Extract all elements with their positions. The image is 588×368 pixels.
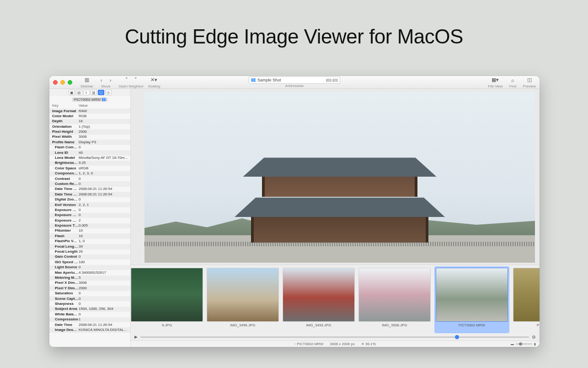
zoom-slider[interactable]: ▬ ▮ <box>511 342 536 346</box>
metadata-value: Minolta/Sony AF DT 18-70mm F 3.5-5.6 (D) <box>79 156 128 160</box>
sidebar: ▣ ▤ ≡ ▥ ⓘ ◷ PICT0002.MRW 0 Key Value Ima… <box>49 89 131 347</box>
open-neighbor-group[interactable]: ˄ ˅ Open Neighbor <box>119 76 144 88</box>
metadata-row[interactable]: Orientation1 (Top) <box>49 124 130 129</box>
metadata-row[interactable]: Brightness Val...9.25 <box>49 161 130 166</box>
gear-icon[interactable]: ⚙ <box>532 335 536 340</box>
thumbnail-item[interactable]: IMG_3493.JPG <box>283 268 355 333</box>
metadata-row[interactable]: Flash16 <box>49 233 130 238</box>
filmstrip-slider[interactable] <box>140 336 529 338</box>
metadata-row[interactable]: Sharpness0 <box>49 301 130 306</box>
metadata-value: 0 <box>79 208 128 212</box>
metadata-value: 0 <box>79 145 128 150</box>
metadata-row[interactable]: Pixel Y Dimens...2000 <box>49 286 130 291</box>
metadata-key: Pixel X Dimens... <box>52 281 79 285</box>
metadata-row[interactable]: Scene Capture...0 <box>49 296 130 301</box>
app-window: ▥ Sidebar ‹ › Move ˄ ˅ Open Neighbor ✕▾ … <box>49 76 540 347</box>
close-icon[interactable] <box>53 80 58 85</box>
zoom-icon[interactable] <box>68 80 72 85</box>
thumbnail-item[interactable]: PICT0025.JPG <box>513 268 540 333</box>
metadata-row[interactable]: Light Source0 <box>49 265 130 270</box>
metadata-row[interactable]: Date Time2008:06:21 11:26:54 <box>49 322 130 327</box>
move-group[interactable]: ‹ › Move <box>98 76 114 88</box>
metadata-value: 2000 <box>79 130 128 134</box>
metadata-row[interactable]: Pixel Width3008 <box>49 135 130 140</box>
sidebar-toggle[interactable]: ▥ Sidebar <box>80 76 93 88</box>
metadata-row[interactable]: Subject Area1504, 1000, 256, 304 <box>49 307 130 312</box>
thumbnail-item[interactable]: PICT0002.MRW <box>434 266 509 333</box>
thumbnail-item[interactable]: IMG_3508.JPG <box>358 268 431 333</box>
metadata-row[interactable]: Date Time Digi...2008:06:21 11:26:54 <box>49 187 130 192</box>
metadata-row[interactable]: Flash Compen...0 <box>49 145 130 150</box>
metadata-list[interactable]: Image FormatRAWColor ModelRGBDepth16Orie… <box>49 108 130 347</box>
scaling-group[interactable]: ✕▾ Scaling <box>148 76 160 88</box>
sidebar-tab-info[interactable]: ⓘ <box>98 90 104 95</box>
metadata-row[interactable]: Components C...1, 2, 3, 0 <box>49 171 130 176</box>
metadata-row[interactable]: Image Descrip...KONICA MINOLTA DIGITAL C… <box>49 327 130 332</box>
sidebar-tab[interactable]: ▣ <box>69 90 75 95</box>
metadata-row[interactable]: Depth16 <box>49 119 130 124</box>
metadata-value: RGB <box>79 114 128 119</box>
metadata-row[interactable]: Gain Control0 <box>49 254 130 260</box>
back-icon[interactable]: ‹ <box>98 76 105 84</box>
sidebar-tab[interactable]: ◷ <box>105 90 112 95</box>
search-icon: ⌕ <box>509 76 517 84</box>
metadata-row[interactable]: Metering Mode5 <box>49 276 130 281</box>
preview-button[interactable]: ◫ Preview <box>523 76 536 88</box>
metadata-row[interactable]: Image FormatRAW <box>49 108 130 114</box>
metadata-row[interactable]: Lens ID40 <box>49 150 130 155</box>
metadata-row[interactable]: Exposure Bias...0 <box>49 207 130 212</box>
scaling-icon[interactable]: ✕▾ <box>150 76 158 84</box>
metadata-row[interactable]: Lens ModelMinolta/Sony AF DT 18-70mm F 3… <box>49 156 130 161</box>
metadata-key: Brightness Val... <box>52 161 79 165</box>
status-dimensions: 3008 x 2000 px <box>330 342 355 346</box>
metadata-row[interactable]: Date Time Ori...2008:06:21 11:26:54 <box>49 192 130 197</box>
metadata-row[interactable]: Exposure Prog...2 <box>49 218 130 223</box>
zoom-out-icon[interactable]: ▬ <box>511 342 514 346</box>
metadata-row[interactable]: FlashPix Version1, 0 <box>49 239 130 244</box>
up-icon[interactable]: ˄ <box>123 76 130 84</box>
play-icon[interactable]: ▶ <box>134 335 138 339</box>
image-viewport[interactable] <box>144 92 535 263</box>
metadata-row[interactable]: Custom Rende...0 <box>49 181 130 186</box>
metadata-row[interactable]: Exif Version2, 2, 1 <box>49 202 130 207</box>
metadata-key: Image Descrip... <box>52 328 79 332</box>
metadata-row[interactable]: Color ModelRGB <box>49 114 130 119</box>
metadata-value: 0.005 <box>79 223 128 228</box>
thumbnail-label: IMG_3456.JPG <box>230 323 255 327</box>
sidebar-breadcrumb[interactable]: PICT0002.MRW 0 <box>49 96 130 103</box>
metadata-row[interactable]: Contrast0 <box>49 176 130 181</box>
metadata-row[interactable]: Exposure Mode0 <box>49 213 130 218</box>
tag-chip[interactable]: 16 <box>332 79 338 82</box>
metadata-row[interactable]: Compression1 <box>49 317 130 322</box>
tag-chip[interactable]: 15 <box>326 79 331 82</box>
thumbnail-item[interactable]: 9.JPG <box>131 268 203 333</box>
minimize-icon[interactable] <box>60 80 65 85</box>
find-button[interactable]: ⌕ Find <box>509 76 517 88</box>
metadata-row[interactable]: Pixel X Dimens...3008 <box>49 281 130 286</box>
metadata-row[interactable]: Color SpacesRGB <box>49 166 130 171</box>
sidebar-tab[interactable]: ▥ <box>91 90 97 95</box>
sidebar-tab[interactable]: ▤ <box>76 90 82 95</box>
metadata-row[interactable]: Exposure Time0.005 <box>49 223 130 228</box>
sidebar-tab[interactable]: ≡ <box>83 90 90 95</box>
file-view-button[interactable]: ▦▾ File View <box>488 76 502 88</box>
metadata-row[interactable]: Profile NameDisplay P3 <box>49 140 130 145</box>
metadata-row[interactable]: Digital Zoom R...0 <box>49 197 130 202</box>
metadata-row[interactable]: Pixel Height2000 <box>49 130 130 135</box>
zoom-in-icon[interactable]: ▮ <box>534 342 536 346</box>
metadata-row[interactable]: Focal Length26 <box>49 249 130 254</box>
metadata-row[interactable]: Saturation0 <box>49 291 130 296</box>
toolbar-label: Addressbar <box>285 84 304 88</box>
metadata-row[interactable]: White Balance0 <box>49 312 130 317</box>
metadata-value: 1504, 1000, 256, 304 <box>79 307 128 311</box>
thumbnail-row[interactable]: 9.JPGIMG_3456.JPGIMG_3493.JPGIMG_3508.JP… <box>131 265 540 333</box>
forward-icon[interactable]: › <box>107 76 114 84</box>
metadata-row[interactable]: Focal Length I...39 <box>49 244 130 249</box>
main-area: 9.JPGIMG_3456.JPGIMG_3493.JPGIMG_3508.JP… <box>131 89 540 347</box>
thumbnail-item[interactable]: IMG_3456.JPG <box>207 268 279 333</box>
address-bar[interactable]: Sample Shot 15 16 <box>249 76 340 84</box>
metadata-row[interactable]: FNumber10 <box>49 228 130 233</box>
down-icon[interactable]: ˅ <box>132 76 139 84</box>
metadata-row[interactable]: Max Aperture...4.340000152617 <box>49 270 130 275</box>
metadata-row[interactable]: ISO Speed Rat...100 <box>49 260 130 265</box>
